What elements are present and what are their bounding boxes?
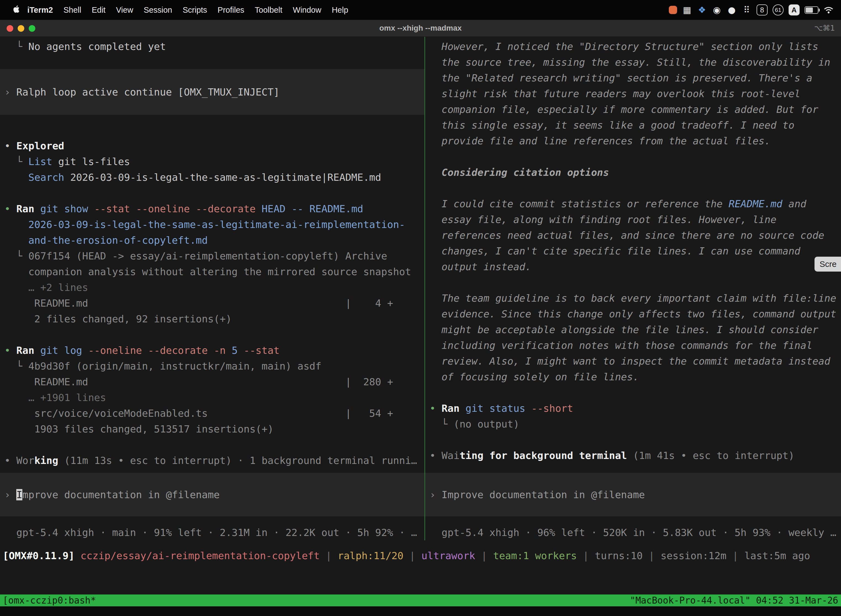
text-segment: essay file, along with finding root file… bbox=[429, 214, 777, 225]
text-segment: └ bbox=[429, 418, 454, 430]
text-segment: • bbox=[4, 345, 16, 356]
terminal-line: 1903 files changed, 513517 insertions(+) bbox=[4, 421, 424, 437]
menu-item-scripts[interactable]: Scripts bbox=[177, 6, 212, 15]
zoom-button[interactable] bbox=[29, 25, 35, 32]
text-segment: | bbox=[577, 550, 595, 561]
menu-item-shell[interactable]: Shell bbox=[58, 6, 86, 15]
battery-icon[interactable] bbox=[804, 6, 818, 14]
tmux-session-window: [omx-cczip0:bash* bbox=[3, 594, 96, 606]
gauge-icon[interactable]: 61 bbox=[772, 4, 784, 15]
text-segment: review. Also, I might want to inspect th… bbox=[429, 355, 830, 367]
menu-item-session[interactable]: Session bbox=[139, 6, 177, 15]
terminal-line: and-the-erosion-of-copyleft.md bbox=[4, 232, 424, 248]
text-segment: might be acceptable alongside the file l… bbox=[429, 324, 818, 335]
text-segment: evidence. Since this change only affects… bbox=[429, 308, 836, 320]
minimize-button[interactable] bbox=[18, 25, 24, 32]
terminal-line: • Ran git status --short bbox=[429, 400, 841, 416]
text-segment: including verification notes with those … bbox=[429, 340, 812, 351]
text-segment: ultrawork bbox=[421, 550, 475, 561]
text-segment: slight risk that future readers may over… bbox=[429, 88, 800, 99]
terminal-line bbox=[429, 274, 841, 290]
menu-item-toolbelt[interactable]: Toolbelt bbox=[249, 6, 287, 15]
terminal-line: output instead. bbox=[429, 259, 841, 274]
text-segment: (11m 13s • esc to interrupt) · 1 backgro… bbox=[58, 455, 417, 466]
text-segment: Improve documentation in @filename bbox=[441, 489, 645, 500]
terminal-line bbox=[429, 385, 841, 400]
text-segment: git ls-files bbox=[52, 156, 130, 167]
screen-edge-tooltip[interactable]: Scre bbox=[815, 257, 841, 271]
menu-item-profiles[interactable]: Profiles bbox=[212, 6, 250, 15]
text-segment: Wai bbox=[441, 450, 459, 461]
right-prompt-input[interactable]: › Improve documentation in @filename bbox=[425, 473, 841, 516]
terminal-line: including verification notes with those … bbox=[429, 337, 841, 353]
text-segment: this single essay, it seems like a good … bbox=[429, 119, 794, 131]
apple-logo-icon bbox=[12, 5, 20, 15]
text-segment: Considering citation options bbox=[429, 167, 609, 178]
screen-recording-indicator[interactable] bbox=[669, 6, 677, 14]
text-segment: Ran bbox=[16, 203, 34, 214]
menu-item-edit[interactable]: Edit bbox=[86, 6, 111, 15]
text-segment: I could cite commit statistics or refere… bbox=[429, 198, 729, 210]
apple-menu[interactable] bbox=[12, 5, 20, 15]
menu-item-view[interactable]: View bbox=[111, 6, 138, 15]
text-segment: • bbox=[429, 450, 441, 461]
text-segment: references need actual files, and since … bbox=[429, 230, 824, 241]
terminal-line: slight risk that future readers may over… bbox=[429, 86, 841, 101]
github-icon[interactable]: ● bbox=[727, 4, 737, 16]
terminal-line: └ 067f154 (HEAD -> essay/ai-reimplementa… bbox=[4, 248, 424, 264]
text-segment: ralph:11/20 bbox=[338, 550, 403, 561]
window-shortcut-badge: ⌥⌘1 bbox=[814, 20, 835, 37]
close-button[interactable] bbox=[7, 25, 13, 32]
text-segment bbox=[34, 345, 40, 356]
app-icon-dark[interactable]: ◉ bbox=[712, 4, 722, 16]
terminal-line: the "Related research writing" section i… bbox=[429, 70, 841, 86]
text-segment: output instead. bbox=[429, 261, 531, 273]
text-segment: HEAD -- README.md bbox=[255, 203, 363, 214]
screenshot-root: { "window": { "title": "omx --xhigh --ma… bbox=[0, 0, 841, 616]
right-pane-scrollback: However, I noticed the "Directory Struct… bbox=[425, 37, 841, 463]
text-segment bbox=[34, 203, 40, 214]
text-segment: The team guideline is to back every impo… bbox=[429, 293, 836, 304]
text-segment: 2026-03-09-is-legal-the-same-as-legitima… bbox=[4, 219, 405, 230]
onepassword-icon[interactable]: 8 bbox=[757, 4, 768, 15]
terminal-line: of focusing solely on file lines. bbox=[429, 369, 841, 385]
terminal-line: this single essay, it seems like a good … bbox=[429, 117, 841, 133]
table-icon[interactable]: ▦ bbox=[682, 4, 692, 16]
text-segment: git log bbox=[40, 345, 88, 356]
text-segment: Ran bbox=[16, 345, 34, 356]
working-spinner-line: • Working (11m 13s • esc to interrupt) ·… bbox=[4, 453, 424, 468]
menu-status-icons: ▦❖◉●⠿861A bbox=[669, 4, 841, 16]
apps-grid-icon[interactable]: ⠿ bbox=[742, 4, 752, 16]
input-source-icon[interactable]: A bbox=[788, 4, 800, 15]
text-segment: of focusing solely on file lines. bbox=[429, 371, 639, 383]
text-segment: the source tree, missing the essay. Stil… bbox=[429, 57, 830, 68]
terminal-line bbox=[4, 327, 424, 343]
menu-item-help[interactable]: Help bbox=[327, 6, 353, 15]
text-segment: I bbox=[16, 489, 22, 500]
text-segment: -n bbox=[214, 345, 232, 356]
text-segment: 1903 files changed, 513517 insertions(+) bbox=[4, 423, 273, 435]
left-terminal-pane: └ No agents completed yet› Ralph loop ac… bbox=[0, 37, 424, 540]
terminal-line: the source tree, missing the essay. Stil… bbox=[429, 54, 841, 70]
text-segment bbox=[4, 172, 28, 183]
text-segment: [OMX#0.11.9] bbox=[3, 550, 81, 561]
terminal-line: • Explored bbox=[4, 138, 424, 154]
text-segment: However, I noticed the "Directory Struct… bbox=[429, 41, 818, 52]
text-segment bbox=[459, 403, 466, 414]
menu-item-iterm2[interactable]: iTerm2 bbox=[22, 6, 58, 15]
text-segment: Explored bbox=[16, 140, 64, 151]
text-segment: Search bbox=[28, 172, 64, 183]
terminal-line: review. Also, I might want to inspect th… bbox=[429, 353, 841, 369]
text-segment: 067f154 (HEAD -> essay/ai-reimplementati… bbox=[28, 250, 387, 262]
text-segment: gpt-5.4 xhigh · 96% left · 520K in · 5.8… bbox=[429, 527, 836, 538]
left-prompt-input[interactable]: › Improve documentation in @filename bbox=[0, 473, 424, 516]
terminal-line: 2026-03-09-is-legal-the-same-as-legitima… bbox=[4, 217, 424, 232]
text-segment: README.md | 4 + bbox=[4, 298, 393, 309]
terminal-content: └ No agents completed yet› Ralph loop ac… bbox=[0, 37, 841, 616]
text-segment: Ralph loop active continue [OMX_TMUX_INJ… bbox=[16, 87, 280, 98]
text-segment: └ bbox=[4, 156, 28, 167]
menu-item-window[interactable]: Window bbox=[287, 6, 327, 15]
raycast-icon[interactable]: ❖ bbox=[697, 4, 707, 16]
ralph-loop-banner: › Ralph loop active continue [OMX_TMUX_I… bbox=[0, 69, 424, 115]
wifi-icon[interactable] bbox=[823, 4, 834, 16]
